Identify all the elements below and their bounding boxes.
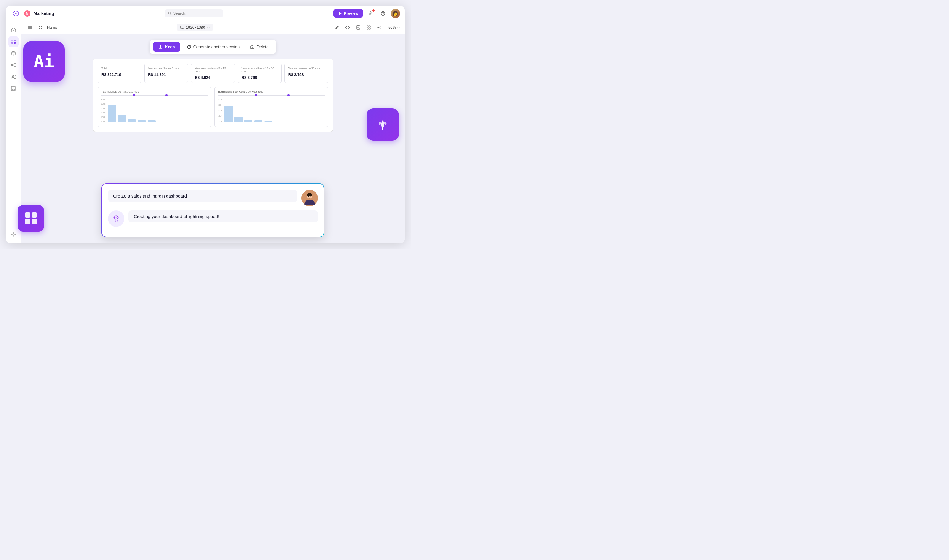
svg-rect-25 — [39, 26, 40, 27]
grid-dot — [25, 212, 30, 218]
sidebar-item-settings[interactable] — [8, 229, 19, 240]
sparkle-plant-icon — [375, 117, 390, 132]
app-window: M Marketing Preview — [6, 6, 405, 243]
generate-another-button[interactable]: Generate another version — [183, 42, 244, 52]
svg-rect-36 — [367, 26, 368, 27]
monitor-icon — [180, 26, 184, 29]
keep-button[interactable]: Keep — [153, 42, 180, 52]
svg-point-17 — [12, 75, 14, 77]
zoom-selector[interactable]: 50% — [388, 25, 400, 29]
svg-rect-37 — [369, 26, 370, 27]
floating-grid-icon[interactable] — [18, 205, 44, 231]
users-icon — [11, 74, 16, 79]
svg-rect-42 — [251, 46, 254, 49]
gear-icon — [377, 25, 381, 30]
user-avatar[interactable]: 👩 — [390, 9, 400, 18]
preview-mode-btn[interactable] — [343, 23, 352, 32]
save-btn[interactable] — [354, 23, 362, 32]
chart-slider-1 — [101, 95, 208, 95]
trash-icon — [250, 45, 255, 49]
y-label: 300k — [218, 98, 222, 100]
sidebar-item-ai[interactable]: AI — [8, 83, 19, 94]
viewport-selector[interactable]: 1920×1080 — [176, 24, 213, 31]
eye-icon — [345, 25, 350, 30]
delete-button[interactable]: Delete — [246, 42, 272, 52]
y-label: 150k — [101, 116, 105, 118]
zoom-chevron-icon — [397, 26, 400, 29]
y-label: 350k — [101, 98, 105, 100]
sidebar-item-users[interactable] — [8, 71, 19, 82]
svg-rect-27 — [39, 28, 40, 29]
svg-point-6 — [383, 14, 383, 14]
svg-rect-28 — [41, 28, 42, 29]
svg-rect-9 — [11, 42, 13, 44]
user-message-row: Create a sales and margin dashboard — [108, 190, 318, 206]
slider-thumb-1b[interactable] — [165, 94, 168, 96]
kpi-label-30dias: Venceu nos últimos 16 a 30 dias — [242, 67, 278, 73]
chart-bar — [148, 120, 156, 123]
refresh-icon — [187, 45, 191, 49]
charts-row: Inadimplência por Natureza NV1 — [98, 87, 328, 127]
svg-point-18 — [14, 75, 15, 76]
home-icon — [11, 27, 16, 32]
layers-btn[interactable] — [36, 23, 45, 32]
floating-sparkle-icon[interactable] — [367, 108, 399, 141]
svg-rect-34 — [357, 26, 359, 27]
edit-btn[interactable] — [333, 23, 341, 32]
kpi-label-total: Total — [102, 67, 137, 70]
hamburger-menu[interactable] — [26, 23, 34, 32]
svg-rect-8 — [14, 40, 15, 41]
edit-icon — [335, 25, 339, 30]
slider-thumb-1a[interactable] — [133, 94, 136, 96]
kpi-value-total: R$ 322.719 — [102, 71, 137, 77]
app-logo[interactable] — [11, 8, 21, 19]
sidebar-item-data[interactable] — [8, 48, 19, 58]
dashboard-inner: Total R$ 322.719 Venceu nos últimos 5 di… — [93, 59, 333, 132]
search-icon — [168, 11, 171, 15]
canvas-area: Keep Generate another version — [21, 34, 405, 243]
svg-point-0 — [168, 12, 170, 14]
sidebar-item-flow[interactable] — [8, 60, 19, 70]
slider-thumb-2a[interactable] — [255, 94, 258, 96]
svg-rect-29 — [181, 26, 184, 28]
toolbar-divider — [386, 25, 386, 31]
ai-icon: AI — [11, 86, 16, 91]
sidebar-item-home[interactable] — [8, 25, 19, 35]
svg-line-15 — [12, 64, 14, 65]
menu-icon — [28, 25, 32, 30]
user-avatar-chat — [301, 190, 318, 206]
svg-point-11 — [12, 52, 15, 53]
y-label: 100k — [101, 120, 105, 123]
y-label: 250k — [101, 107, 105, 109]
ai-sparkle-icon — [111, 213, 122, 224]
grid-btn[interactable] — [364, 23, 373, 32]
slider-thumb-2b[interactable] — [287, 94, 290, 96]
top-bar-center — [54, 9, 333, 17]
chart-title-resultado: Inadimplência por Centro de Resultado — [218, 90, 325, 93]
action-toolbar: Keep Generate another version — [150, 40, 276, 54]
floating-ai-icon[interactable]: Ai — [23, 41, 65, 82]
chart-bar — [254, 120, 262, 123]
kpi-card-mais30: Venceu há mais de 30 dias R$ 2.798 — [284, 64, 328, 83]
kpi-card-15dias: Venceu nos últimos 5 a 15 dias R$ 4.926 — [191, 64, 235, 83]
search-bar[interactable] — [165, 9, 223, 17]
chart-natureza: Inadimplência por Natureza NV1 — [98, 87, 211, 127]
slider-track-1 — [101, 95, 208, 95]
svg-point-13 — [14, 63, 15, 64]
chevron-down-icon — [207, 26, 210, 29]
chart-y-axis-2: 300k 250k 200k 150k 100k — [218, 98, 222, 123]
search-input[interactable] — [173, 11, 220, 15]
y-label: 200k — [218, 109, 222, 112]
sidebar-item-design[interactable] — [8, 36, 19, 47]
preview-button[interactable]: Preview — [333, 9, 363, 18]
y-label: 300k — [101, 103, 105, 105]
settings-toolbar-btn[interactable] — [375, 23, 383, 32]
chart-resultado: Inadimplência por Centro de Resultado — [214, 87, 328, 127]
component-name: Name — [47, 25, 57, 29]
help-button[interactable] — [378, 9, 388, 18]
chart-title-natureza: Inadimplência por Natureza NV1 — [101, 90, 208, 93]
chart-bar — [117, 115, 126, 123]
ai-avatar-chat — [108, 211, 124, 227]
chart-bar — [264, 121, 272, 123]
chart-bars-2 — [224, 98, 325, 123]
